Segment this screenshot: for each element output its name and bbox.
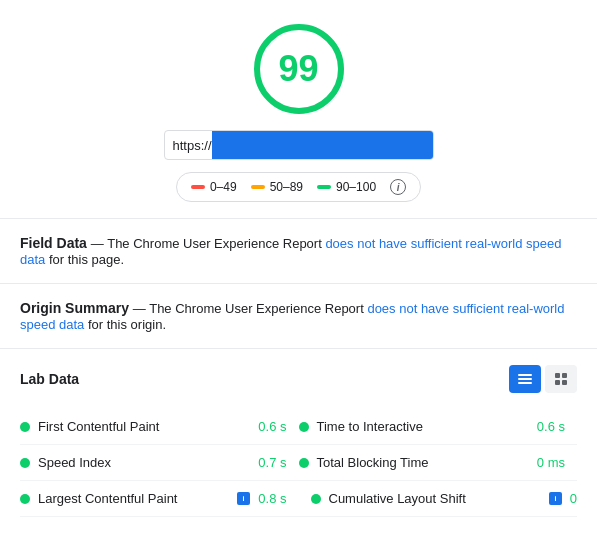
metric-name-cls: Cumulative Layout Shift bbox=[329, 491, 545, 506]
cls-info-svg: i bbox=[551, 494, 560, 503]
origin-summary-prefix: The Chrome User Experience Report bbox=[149, 301, 367, 316]
metric-name-tbt: Total Blocking Time bbox=[317, 455, 529, 470]
lab-data-title: Lab Data bbox=[20, 371, 79, 387]
url-static-text: https:// bbox=[165, 138, 212, 153]
origin-summary-title: Origin Summary bbox=[20, 300, 129, 316]
metric-value-si: 0.7 s bbox=[258, 455, 286, 470]
legend-label-0-49: 0–49 bbox=[210, 180, 237, 194]
legend-dot-red bbox=[191, 185, 205, 189]
origin-summary-separator: — bbox=[133, 301, 149, 316]
metric-dot-si bbox=[20, 458, 30, 468]
cls-info-icon[interactable]: i bbox=[549, 492, 562, 505]
metric-name-lcp: Largest Contentful Paint bbox=[38, 491, 233, 506]
score-legend: 0–49 50–89 90–100 i bbox=[176, 172, 421, 202]
metrics-grid: First Contentful Paint 0.6 s Time to Int… bbox=[20, 409, 577, 517]
list-line-2 bbox=[518, 378, 532, 380]
list-view-icon bbox=[518, 374, 532, 384]
metric-value-fcp: 0.6 s bbox=[258, 419, 286, 434]
metric-name-fcp: First Contentful Paint bbox=[38, 419, 250, 434]
score-value: 99 bbox=[278, 48, 318, 90]
field-data-title: Field Data bbox=[20, 235, 87, 251]
metric-dot-lcp bbox=[20, 494, 30, 504]
legend-item-0-49: 0–49 bbox=[191, 180, 237, 194]
metric-value-tbt: 0 ms bbox=[537, 455, 565, 470]
field-data-suffix: for this page. bbox=[45, 252, 124, 267]
metric-value-cls: 0 bbox=[570, 491, 577, 506]
lcp-info-svg: i bbox=[239, 494, 248, 503]
metric-value-tti: 0.6 s bbox=[537, 419, 565, 434]
grid-dot-1 bbox=[555, 373, 560, 378]
toggle-grid-button[interactable] bbox=[545, 365, 577, 393]
grid-dot-4 bbox=[562, 380, 567, 385]
legend-dot-orange bbox=[251, 185, 265, 189]
grid-view-icon bbox=[555, 373, 567, 385]
metric-tti: Time to Interactive 0.6 s bbox=[299, 409, 578, 445]
field-data-separator: — bbox=[91, 236, 107, 251]
metric-dot-tti bbox=[299, 422, 309, 432]
legend-dot-green bbox=[317, 185, 331, 189]
legend-label-50-89: 50–89 bbox=[270, 180, 303, 194]
origin-summary-section: Origin Summary — The Chrome User Experie… bbox=[0, 284, 597, 349]
metric-lcp: Largest Contentful Paint i 0.8 s bbox=[20, 481, 299, 517]
grid-dot-3 bbox=[555, 380, 560, 385]
lcp-info-icon[interactable]: i bbox=[237, 492, 250, 505]
svg-text:i: i bbox=[554, 495, 556, 502]
list-line-1 bbox=[518, 374, 532, 376]
metric-value-lcp: 0.8 s bbox=[258, 491, 286, 506]
legend-item-90-100: 90–100 bbox=[317, 180, 376, 194]
score-section: 99 https:// 0–49 50–89 90–100 i bbox=[0, 0, 597, 218]
metric-fcp: First Contentful Paint 0.6 s bbox=[20, 409, 299, 445]
list-line-3 bbox=[518, 382, 532, 384]
metric-dot-tbt bbox=[299, 458, 309, 468]
toggle-list-button[interactable] bbox=[509, 365, 541, 393]
metric-tbt: Total Blocking Time 0 ms bbox=[299, 445, 578, 481]
legend-label-90-100: 90–100 bbox=[336, 180, 376, 194]
svg-text:i: i bbox=[243, 495, 245, 502]
metric-dot-cls bbox=[311, 494, 321, 504]
metric-si: Speed Index 0.7 s bbox=[20, 445, 299, 481]
origin-summary-suffix: for this origin. bbox=[84, 317, 166, 332]
url-highlighted-portion bbox=[212, 131, 433, 159]
url-bar[interactable]: https:// bbox=[164, 130, 434, 160]
lab-data-header: Lab Data bbox=[20, 365, 577, 393]
view-toggle bbox=[509, 365, 577, 393]
metric-name-si: Speed Index bbox=[38, 455, 250, 470]
metric-name-tti: Time to Interactive bbox=[317, 419, 529, 434]
legend-item-50-89: 50–89 bbox=[251, 180, 303, 194]
field-data-section: Field Data — The Chrome User Experience … bbox=[0, 219, 597, 284]
lab-data-section: Lab Data First Cont bbox=[0, 349, 597, 517]
field-data-prefix: The Chrome User Experience Report bbox=[107, 236, 325, 251]
grid-dot-2 bbox=[562, 373, 567, 378]
metric-cls: Cumulative Layout Shift i 0 bbox=[299, 481, 578, 517]
metric-dot-fcp bbox=[20, 422, 30, 432]
legend-info-icon[interactable]: i bbox=[390, 179, 406, 195]
score-circle: 99 bbox=[254, 24, 344, 114]
